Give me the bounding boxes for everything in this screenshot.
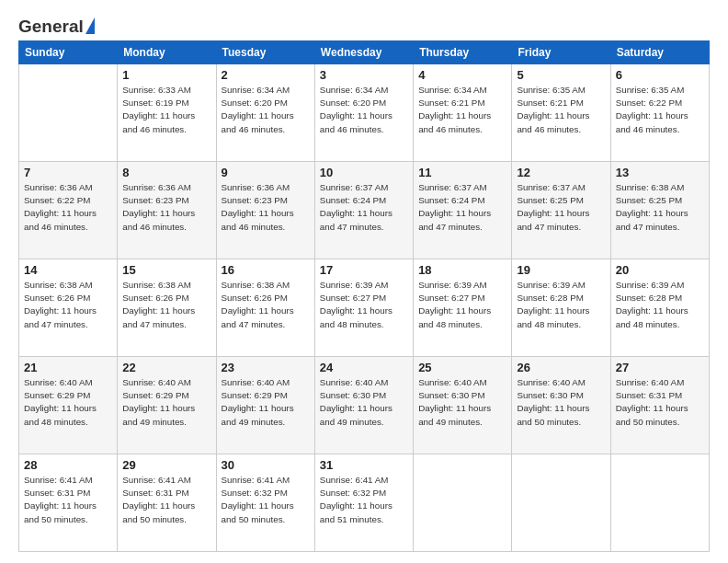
calendar-cell: 29Sunrise: 6:41 AMSunset: 6:31 PMDayligh… <box>118 454 216 552</box>
day-info: Sunrise: 6:36 AMSunset: 6:23 PMDaylight:… <box>222 181 310 234</box>
calendar-cell <box>512 454 610 552</box>
calendar-cell: 28Sunrise: 6:41 AMSunset: 6:31 PMDayligh… <box>19 454 118 552</box>
calendar-cell: 10Sunrise: 6:37 AMSunset: 6:24 PMDayligh… <box>314 162 413 259</box>
day-info: Sunrise: 6:41 AMSunset: 6:31 PMDaylight:… <box>122 474 210 526</box>
day-info: Sunrise: 6:40 AMSunset: 6:30 PMDaylight:… <box>517 376 605 429</box>
day-number: 29 <box>122 458 210 472</box>
day-number: 27 <box>616 361 704 374</box>
day-info: Sunrise: 6:40 AMSunset: 6:29 PMDaylight:… <box>24 376 112 429</box>
header: General <box>18 17 710 33</box>
page: General SundayMondayTuesdayWednesdayThur… <box>0 0 728 563</box>
day-number: 15 <box>122 263 210 277</box>
calendar-cell: 21Sunrise: 6:40 AMSunset: 6:29 PMDayligh… <box>19 357 118 454</box>
calendar-cell: 30Sunrise: 6:41 AMSunset: 6:32 PMDayligh… <box>216 454 314 552</box>
day-number: 6 <box>616 68 704 82</box>
day-number: 5 <box>517 68 605 82</box>
day-info: Sunrise: 6:41 AMSunset: 6:31 PMDaylight:… <box>24 474 112 526</box>
day-info: Sunrise: 6:38 AMSunset: 6:26 PMDaylight:… <box>24 279 112 331</box>
day-number: 22 <box>122 361 210 374</box>
day-info: Sunrise: 6:34 AMSunset: 6:20 PMDaylight:… <box>320 84 408 136</box>
calendar-cell: 12Sunrise: 6:37 AMSunset: 6:25 PMDayligh… <box>512 162 610 259</box>
weekday-header-wednesday: Wednesday <box>314 41 413 64</box>
day-info: Sunrise: 6:40 AMSunset: 6:29 PMDaylight:… <box>222 376 310 429</box>
calendar-cell: 25Sunrise: 6:40 AMSunset: 6:30 PMDayligh… <box>414 357 512 454</box>
calendar-cell <box>414 454 512 552</box>
weekday-header-friday: Friday <box>512 41 610 64</box>
calendar-cell: 31Sunrise: 6:41 AMSunset: 6:32 PMDayligh… <box>314 454 413 552</box>
day-number: 12 <box>517 166 605 179</box>
day-info: Sunrise: 6:37 AMSunset: 6:24 PMDaylight:… <box>320 181 408 234</box>
day-info: Sunrise: 6:35 AMSunset: 6:21 PMDaylight:… <box>517 84 605 136</box>
day-number: 23 <box>222 361 310 374</box>
day-number: 7 <box>24 166 112 179</box>
day-number: 19 <box>517 263 605 277</box>
logo: General <box>18 17 95 33</box>
calendar-cell: 9Sunrise: 6:36 AMSunset: 6:23 PMDaylight… <box>216 162 314 259</box>
day-info: Sunrise: 6:38 AMSunset: 6:26 PMDaylight:… <box>222 279 310 331</box>
day-info: Sunrise: 6:39 AMSunset: 6:28 PMDaylight:… <box>517 279 605 331</box>
calendar-cell: 19Sunrise: 6:39 AMSunset: 6:28 PMDayligh… <box>512 259 610 357</box>
day-info: Sunrise: 6:38 AMSunset: 6:26 PMDaylight:… <box>122 279 210 331</box>
calendar-cell: 27Sunrise: 6:40 AMSunset: 6:31 PMDayligh… <box>610 357 709 454</box>
weekday-header-sunday: Sunday <box>19 41 118 64</box>
day-info: Sunrise: 6:34 AMSunset: 6:20 PMDaylight:… <box>222 84 310 136</box>
day-info: Sunrise: 6:33 AMSunset: 6:19 PMDaylight:… <box>122 84 210 136</box>
calendar-cell: 4Sunrise: 6:34 AMSunset: 6:21 PMDaylight… <box>414 64 512 162</box>
calendar-cell: 17Sunrise: 6:39 AMSunset: 6:27 PMDayligh… <box>314 259 413 357</box>
day-info: Sunrise: 6:40 AMSunset: 6:30 PMDaylight:… <box>320 376 408 429</box>
day-info: Sunrise: 6:41 AMSunset: 6:32 PMDaylight:… <box>222 474 310 526</box>
weekday-header-monday: Monday <box>118 41 216 64</box>
day-info: Sunrise: 6:35 AMSunset: 6:22 PMDaylight:… <box>616 84 704 136</box>
day-number: 17 <box>320 263 408 277</box>
day-number: 31 <box>320 458 408 472</box>
weekday-header-saturday: Saturday <box>610 41 709 64</box>
calendar-cell: 22Sunrise: 6:40 AMSunset: 6:29 PMDayligh… <box>118 357 216 454</box>
calendar-cell: 2Sunrise: 6:34 AMSunset: 6:20 PMDaylight… <box>216 64 314 162</box>
day-info: Sunrise: 6:36 AMSunset: 6:23 PMDaylight:… <box>122 181 210 234</box>
day-number: 30 <box>222 458 310 472</box>
calendar-cell: 26Sunrise: 6:40 AMSunset: 6:30 PMDayligh… <box>512 357 610 454</box>
calendar-week-row: 21Sunrise: 6:40 AMSunset: 6:29 PMDayligh… <box>19 357 710 454</box>
day-info: Sunrise: 6:40 AMSunset: 6:29 PMDaylight:… <box>122 376 210 429</box>
day-number: 24 <box>320 361 408 374</box>
calendar-week-row: 7Sunrise: 6:36 AMSunset: 6:22 PMDaylight… <box>19 162 710 259</box>
calendar-cell: 3Sunrise: 6:34 AMSunset: 6:20 PMDaylight… <box>314 64 413 162</box>
weekday-header-thursday: Thursday <box>414 41 512 64</box>
day-number: 20 <box>616 263 704 277</box>
day-info: Sunrise: 6:36 AMSunset: 6:22 PMDaylight:… <box>24 181 112 234</box>
day-number: 26 <box>517 361 605 374</box>
day-number: 28 <box>24 458 112 472</box>
day-info: Sunrise: 6:40 AMSunset: 6:30 PMDaylight:… <box>418 376 506 429</box>
day-number: 4 <box>418 68 506 82</box>
logo-mark: General <box>18 17 95 37</box>
day-info: Sunrise: 6:41 AMSunset: 6:32 PMDaylight:… <box>320 474 408 526</box>
logo-triangle-icon <box>85 17 95 34</box>
calendar-cell: 7Sunrise: 6:36 AMSunset: 6:22 PMDaylight… <box>19 162 118 259</box>
calendar-table: SundayMondayTuesdayWednesdayThursdayFrid… <box>18 40 710 552</box>
day-number: 9 <box>222 166 310 179</box>
calendar-cell: 6Sunrise: 6:35 AMSunset: 6:22 PMDaylight… <box>610 64 709 162</box>
calendar-cell: 16Sunrise: 6:38 AMSunset: 6:26 PMDayligh… <box>216 259 314 357</box>
day-number: 25 <box>418 361 506 374</box>
calendar-cell: 20Sunrise: 6:39 AMSunset: 6:28 PMDayligh… <box>610 259 709 357</box>
calendar-cell: 1Sunrise: 6:33 AMSunset: 6:19 PMDaylight… <box>118 64 216 162</box>
day-number: 21 <box>24 361 112 374</box>
calendar-cell: 8Sunrise: 6:36 AMSunset: 6:23 PMDaylight… <box>118 162 216 259</box>
day-number: 8 <box>122 166 210 179</box>
day-info: Sunrise: 6:39 AMSunset: 6:28 PMDaylight:… <box>616 279 704 331</box>
day-number: 18 <box>418 263 506 277</box>
day-number: 3 <box>320 68 408 82</box>
calendar-cell: 23Sunrise: 6:40 AMSunset: 6:29 PMDayligh… <box>216 357 314 454</box>
calendar-cell <box>610 454 709 552</box>
calendar-week-row: 14Sunrise: 6:38 AMSunset: 6:26 PMDayligh… <box>19 259 710 357</box>
calendar-cell: 11Sunrise: 6:37 AMSunset: 6:24 PMDayligh… <box>414 162 512 259</box>
calendar-cell: 24Sunrise: 6:40 AMSunset: 6:30 PMDayligh… <box>314 357 413 454</box>
day-info: Sunrise: 6:34 AMSunset: 6:21 PMDaylight:… <box>418 84 506 136</box>
day-number: 10 <box>320 166 408 179</box>
day-number: 2 <box>222 68 310 82</box>
day-number: 11 <box>418 166 506 179</box>
day-number: 16 <box>222 263 310 277</box>
day-info: Sunrise: 6:40 AMSunset: 6:31 PMDaylight:… <box>616 376 704 429</box>
calendar-cell: 5Sunrise: 6:35 AMSunset: 6:21 PMDaylight… <box>512 64 610 162</box>
weekday-header-tuesday: Tuesday <box>216 41 314 64</box>
